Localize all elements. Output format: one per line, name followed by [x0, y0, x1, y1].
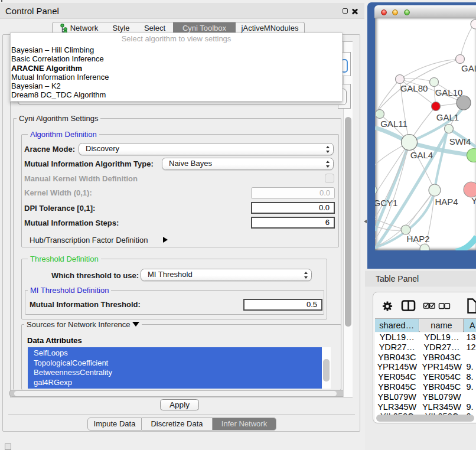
- svg-text:GAL1: GAL1: [436, 112, 459, 122]
- svg-text:GAL80: GAL80: [400, 83, 428, 93]
- svg-text:GAL11: GAL11: [380, 119, 407, 129]
- svg-text:GAL: GAL: [461, 63, 476, 73]
- svg-text:HAP2: HAP2: [406, 234, 429, 244]
- svg-text:GAL4: GAL4: [410, 150, 433, 160]
- svg-text:HAP4: HAP4: [435, 197, 458, 207]
- svg-text:GCY1: GCY1: [375, 198, 397, 208]
- svg-text:Y: Y: [471, 195, 476, 206]
- svg-text:GAL10: GAL10: [435, 87, 463, 97]
- svg-text:SWI4: SWI4: [449, 136, 471, 146]
